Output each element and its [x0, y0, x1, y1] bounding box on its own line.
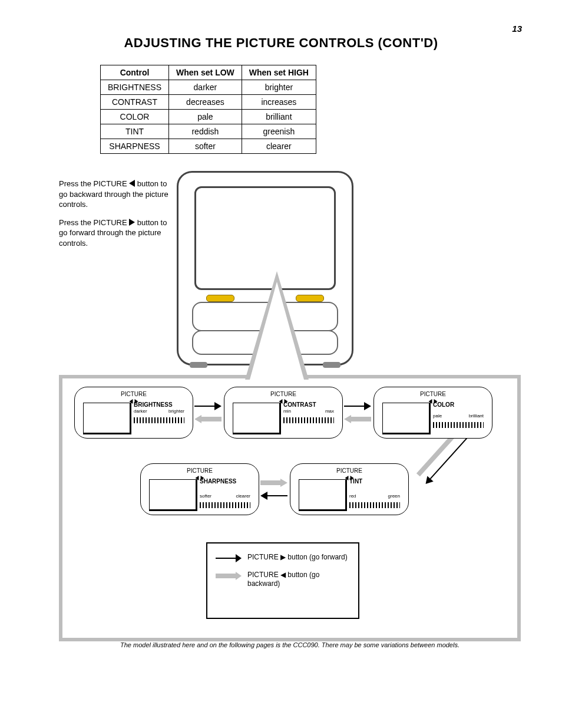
slider-min-label: min — [283, 409, 291, 414]
cell-control: TINT — [101, 124, 169, 139]
cell-high: increases — [242, 95, 316, 110]
left-arrow-icon — [129, 180, 135, 187]
legend-arrow-forward-icon — [216, 554, 242, 562]
slider-ticks — [433, 422, 484, 428]
preview-thumb — [83, 403, 131, 434]
cell-control: SHARPNESS — [101, 139, 169, 154]
slider-min-label: red — [349, 493, 356, 499]
arrow-right-icon — [344, 402, 371, 410]
legend-box: PICTURE ▶ button (go forward) PICTURE ◀ … — [206, 542, 359, 619]
arrow-left-thick-icon — [194, 415, 222, 423]
card-label: PICTURE — [141, 467, 259, 474]
legend-arrow-backward-icon — [216, 572, 242, 580]
legend-row-backward: PICTURE ◀ button (go backward) — [216, 571, 350, 588]
cell-control: BRIGHTNESS — [101, 80, 169, 95]
preview-thumb — [149, 479, 197, 511]
callout-arrow-fill — [250, 282, 304, 380]
control-name: SHARPNESS — [200, 478, 236, 485]
card-label: PICTURE — [290, 467, 408, 474]
card-contrast: PICTURE CONTRAST min max — [224, 387, 343, 439]
legend-text-forward: PICTURE ▶ button (go forward) — [247, 553, 350, 562]
table-row: SHARPNESS softer clearer — [101, 139, 316, 154]
slider-ticks — [134, 417, 184, 423]
slider-min-label: softer — [200, 493, 211, 499]
th-low: When set LOW — [169, 65, 242, 80]
control-name: BRIGHTNESS — [134, 401, 173, 408]
slider-bar: red green — [349, 500, 400, 510]
cell-high: brighter — [242, 80, 316, 95]
cell-control: CONTRAST — [101, 95, 169, 110]
th-high: When set HIGH — [242, 65, 316, 80]
slider-min-label: pale — [433, 413, 442, 419]
control-name: COLOR — [433, 401, 454, 408]
slider-max-label: green — [388, 493, 400, 499]
slider-max-label: brilliant — [469, 413, 484, 419]
th-control: Control — [101, 65, 169, 80]
card-brightness: PICTURE BRIGHTNESS darker brighter — [74, 387, 193, 439]
arrow-right-thick-icon — [260, 479, 287, 487]
side-instructions: Press the PICTURE button to go backward … — [59, 171, 171, 256]
table-row: BRIGHTNESS darker brighter — [101, 80, 316, 95]
preview-thumb — [299, 479, 347, 511]
card-label: PICTURE — [75, 391, 193, 397]
card-label: PICTURE — [374, 391, 492, 397]
slider-bar: min max — [283, 416, 334, 425]
tv-latch-left — [206, 295, 234, 302]
cell-control: COLOR — [101, 110, 169, 124]
slider-bar: darker brighter — [134, 416, 184, 425]
card-color: PICTURE COLOR pale brilliant — [373, 387, 492, 439]
slider-ticks — [349, 502, 400, 508]
arrow-right-icon — [194, 402, 222, 410]
divider-dots: ........................................… — [59, 53, 522, 59]
table-row: COLOR pale brilliant — [101, 110, 316, 124]
cell-high: brilliant — [242, 110, 316, 124]
page-number: 13 — [512, 24, 522, 34]
card-label: PICTURE — [224, 391, 342, 397]
slider-bar: softer clearer — [200, 500, 250, 510]
legend-text-backward: PICTURE ◀ button (go backward) — [247, 571, 350, 588]
cell-high: greenish — [242, 124, 316, 139]
cell-low: darker — [169, 80, 242, 95]
instruction-back: Press the PICTURE button to go backward … — [59, 179, 171, 210]
cell-low: pale — [169, 110, 242, 124]
preview-thumb — [233, 403, 281, 434]
arrow-left-icon — [260, 492, 287, 500]
slider-ticks — [283, 417, 334, 423]
table-row: CONTRAST decreases increases — [101, 95, 316, 110]
card-tint: PICTURE TINT red green — [290, 463, 409, 515]
control-name: TINT — [349, 478, 362, 485]
cell-high: clearer — [242, 139, 316, 154]
table-header-row: Control When set LOW When set HIGH — [101, 65, 316, 80]
slider-max-label: clearer — [236, 493, 250, 499]
manual-page: 13 ADJUSTING THE PICTURE CONTROLS (CONT'… — [0, 0, 562, 728]
cell-low: decreases — [169, 95, 242, 110]
instruction-forward: Press the PICTURE button to go forward t… — [59, 218, 171, 249]
slider-bar: pale brilliant — [433, 420, 484, 430]
preview-thumb — [382, 403, 431, 434]
instruction-fwd-pre: Press the PICTURE — [59, 218, 127, 227]
slider-max-label: brighter — [168, 409, 184, 414]
cell-low: softer — [169, 139, 242, 154]
control-name: CONTRAST — [283, 401, 316, 408]
arrow-left-thick-icon — [344, 415, 371, 423]
legend-row-forward: PICTURE ▶ button (go forward) — [216, 553, 350, 562]
slider-ticks — [200, 502, 250, 508]
slider-max-label: max — [325, 409, 334, 414]
instruction-back-pre: Press the PICTURE — [59, 179, 127, 188]
tv-foot-right — [323, 362, 340, 368]
slider-min-label: darker — [134, 409, 147, 414]
right-arrow-icon — [129, 219, 135, 226]
page-title: ADJUSTING THE PICTURE CONTROLS (CONT'D) — [0, 35, 562, 51]
cell-low: reddish — [169, 124, 242, 139]
card-sharpness: PICTURE SHARPNESS softer clearer — [140, 463, 259, 515]
tv-foot-left — [190, 362, 207, 368]
picture-controls-table: Control When set LOW When set HIGH BRIGH… — [100, 65, 316, 154]
model-note: The model illustrated here and on the fo… — [65, 641, 515, 648]
table-row: TINT reddish greenish — [101, 124, 316, 139]
